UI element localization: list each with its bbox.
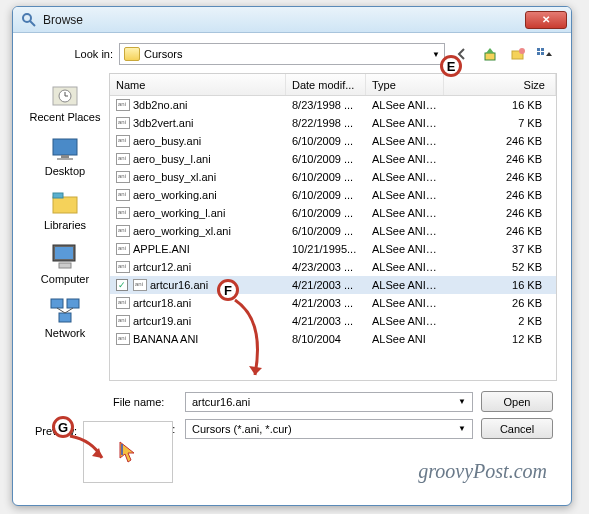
cancel-button[interactable]: Cancel — [481, 418, 553, 439]
file-type: ALSee ANI ... — [366, 117, 444, 129]
file-name: 3db2vert.ani — [133, 117, 194, 129]
open-button[interactable]: Open — [481, 391, 553, 412]
file-size: 37 KB — [444, 243, 556, 255]
file-name: aero_working_l.ani — [133, 207, 225, 219]
file-row[interactable]: BANANA ANI8/10/2004ALSee ANI12 KB — [110, 330, 556, 348]
file-date: 10/21/1995... — [286, 243, 366, 255]
file-date: 8/22/1998 ... — [286, 117, 366, 129]
file-date: 6/10/2009 ... — [286, 225, 366, 237]
place-network[interactable]: Network — [27, 293, 103, 341]
file-row[interactable]: artcur12.ani4/23/2003 ...ALSee ANI ...52… — [110, 258, 556, 276]
file-row[interactable]: 3db2no.ani8/23/1998 ...ALSee ANI ...16 K… — [110, 96, 556, 114]
file-name: BANANA ANI — [133, 333, 198, 345]
file-row[interactable]: artcur18.ani4/21/2003 ...ALSee ANI ...26… — [110, 294, 556, 312]
svg-rect-17 — [53, 193, 63, 198]
chevron-down-icon: ▼ — [432, 50, 440, 59]
file-icon — [116, 207, 130, 219]
file-size: 26 KB — [444, 297, 556, 309]
file-date: 8/23/1998 ... — [286, 99, 366, 111]
file-row[interactable]: 3db2vert.ani8/22/1998 ...ALSee ANI ...7 … — [110, 114, 556, 132]
file-type: ALSee ANI ... — [366, 297, 444, 309]
file-date: 6/10/2009 ... — [286, 153, 366, 165]
file-name: artcur16.ani — [150, 279, 208, 291]
svg-rect-14 — [61, 155, 69, 158]
view-menu-button[interactable] — [535, 43, 557, 65]
col-name[interactable]: Name — [110, 74, 286, 95]
filename-input[interactable]: artcur16.ani ▼ — [185, 392, 473, 412]
file-type: ALSee ANI ... — [366, 153, 444, 165]
col-type[interactable]: Type — [366, 74, 444, 95]
file-size: 7 KB — [444, 117, 556, 129]
checkbox-icon[interactable]: ✓ — [116, 279, 128, 291]
file-size: 52 KB — [444, 261, 556, 273]
file-size: 16 KB — [444, 279, 556, 291]
svg-rect-15 — [57, 158, 73, 160]
file-type: ALSee ANI ... — [366, 243, 444, 255]
svg-rect-5 — [537, 48, 540, 51]
svg-rect-16 — [53, 197, 77, 213]
file-row[interactable]: artcur19.ani4/21/2003 ...ALSee ANI ...2 … — [110, 312, 556, 330]
file-size: 12 KB — [444, 333, 556, 345]
file-size: 246 KB — [444, 225, 556, 237]
place-computer[interactable]: Computer — [27, 239, 103, 287]
file-size: 246 KB — [444, 153, 556, 165]
filename-label: File name: — [113, 396, 185, 408]
file-size: 246 KB — [444, 171, 556, 183]
browse-dialog: Browse ✕ Look in: Cursors ▼ Recent Place… — [12, 6, 572, 506]
app-icon — [21, 12, 37, 28]
callout-f: F — [217, 279, 239, 301]
file-type: ALSee ANI ... — [366, 279, 444, 291]
file-date: 6/10/2009 ... — [286, 189, 366, 201]
column-headers: Name Date modif... Type Size — [110, 74, 556, 96]
place-recent[interactable]: Recent Places — [27, 77, 103, 125]
place-libraries[interactable]: Libraries — [27, 185, 103, 233]
file-icon — [116, 117, 130, 129]
svg-point-4 — [519, 48, 525, 54]
cursor-preview-icon — [116, 440, 140, 464]
file-type: ALSee ANI ... — [366, 261, 444, 273]
file-icon — [116, 189, 130, 201]
new-folder-button[interactable] — [507, 43, 529, 65]
file-name: artcur12.ani — [133, 261, 191, 273]
svg-rect-6 — [541, 48, 544, 51]
file-size: 246 KB — [444, 189, 556, 201]
file-icon — [116, 171, 130, 183]
file-name: aero_working_xl.ani — [133, 225, 231, 237]
close-button[interactable]: ✕ — [525, 11, 567, 29]
network-icon — [47, 295, 83, 325]
file-row[interactable]: aero_working_l.ani6/10/2009 ...ALSee ANI… — [110, 204, 556, 222]
place-desktop[interactable]: Desktop — [27, 131, 103, 179]
file-date: 4/21/2003 ... — [286, 297, 366, 309]
svg-point-0 — [23, 14, 31, 22]
chevron-down-icon: ▼ — [458, 397, 466, 406]
svg-line-25 — [65, 308, 73, 313]
file-icon — [116, 243, 130, 255]
file-row[interactable]: ✓artcur16.ani4/21/2003 ...ALSee ANI ...1… — [110, 276, 556, 294]
callout-e: E — [440, 55, 462, 77]
svg-rect-13 — [53, 139, 77, 155]
file-icon — [116, 261, 130, 273]
desktop-icon — [47, 133, 83, 163]
places-bar: Recent Places Desktop Libraries Computer… — [27, 73, 103, 381]
file-date: 4/21/2003 ... — [286, 315, 366, 327]
file-row[interactable]: APPLE.ANI10/21/1995...ALSee ANI ...37 KB — [110, 240, 556, 258]
file-row[interactable]: aero_busy_xl.ani6/10/2009 ...ALSee ANI .… — [110, 168, 556, 186]
lookin-combo[interactable]: Cursors ▼ — [119, 43, 445, 65]
svg-line-1 — [30, 21, 35, 26]
svg-rect-7 — [537, 52, 540, 55]
col-date[interactable]: Date modif... — [286, 74, 366, 95]
chevron-down-icon: ▼ — [458, 424, 466, 433]
svg-rect-21 — [51, 299, 63, 308]
up-button[interactable] — [479, 43, 501, 65]
titlebar: Browse ✕ — [13, 7, 571, 33]
svg-rect-19 — [55, 247, 73, 259]
file-row[interactable]: aero_busy_l.ani6/10/2009 ...ALSee ANI ..… — [110, 150, 556, 168]
filetype-combo[interactable]: Cursors (*.ani, *.cur) ▼ — [185, 419, 473, 439]
file-row[interactable]: aero_working.ani6/10/2009 ...ALSee ANI .… — [110, 186, 556, 204]
file-row[interactable]: aero_working_xl.ani6/10/2009 ...ALSee AN… — [110, 222, 556, 240]
file-row[interactable]: aero_busy.ani6/10/2009 ...ALSee ANI ...2… — [110, 132, 556, 150]
folder-icon — [124, 47, 140, 61]
file-rows[interactable]: 3db2no.ani8/23/1998 ...ALSee ANI ...16 K… — [110, 96, 556, 380]
lookin-label: Look in: — [67, 48, 113, 60]
col-size[interactable]: Size — [444, 74, 556, 95]
